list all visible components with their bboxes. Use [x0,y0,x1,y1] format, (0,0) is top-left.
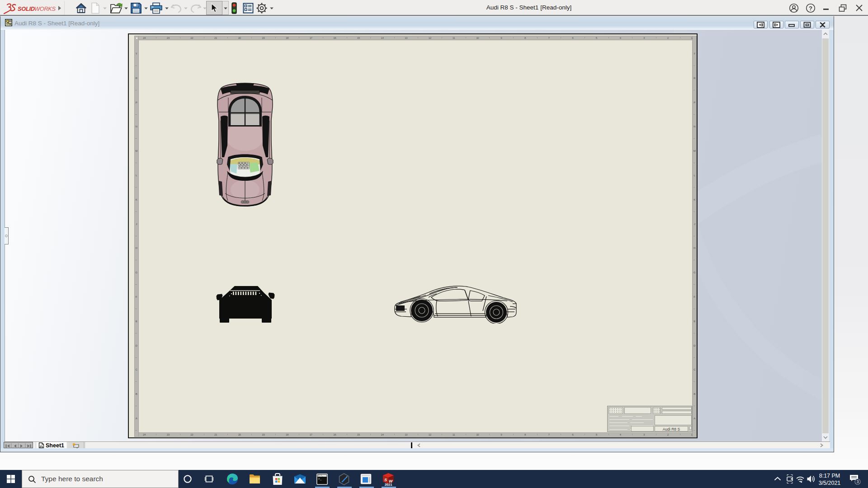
svg-text:?: ? [809,5,812,12]
svg-text:C:\_: C:\_ [318,474,323,477]
svg-text:3: 3 [857,479,859,484]
svg-text:>_: >_ [318,478,322,481]
svg-text:SOLID: SOLID [18,5,35,12]
svg-text:S: S [384,478,387,482]
svg-text:WORKS: WORKS [34,5,56,12]
svg-text:2021: 2021 [385,483,392,486]
